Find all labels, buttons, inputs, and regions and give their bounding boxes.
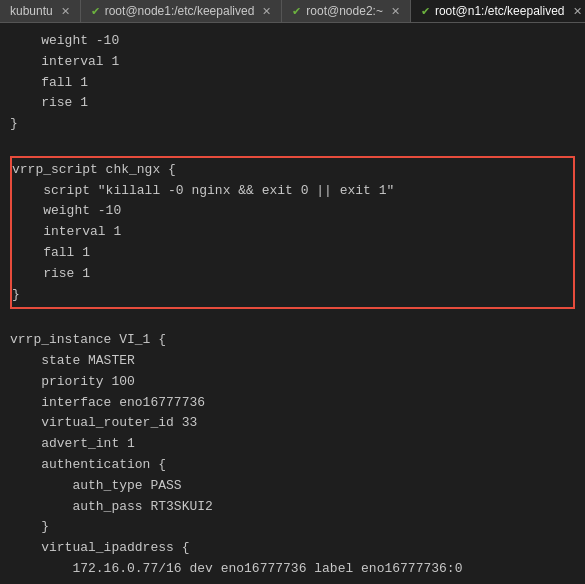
code-line: } [10,517,575,538]
top-code-block: weight -10 interval 1 fall 1 rise 1 } [10,31,575,135]
tab-node2-check-icon: ✔ [292,5,301,18]
code-line: weight -10 [12,201,573,222]
code-line: 172.16.0.77/16 dev eno16777736 label eno… [10,559,575,580]
code-line: vrrp_instance VI_1 { [10,330,575,351]
authentication-line: authentication { [10,455,575,476]
code-line: interface eno16777736 [10,393,575,414]
code-line: fall 1 [10,73,575,94]
tab-node1[interactable]: ✔ root@node1:/etc/keepalived ✕ [81,0,283,22]
tab-n1[interactable]: ✔ root@n1:/etc/keepalived ✕ [411,0,585,22]
code-line: script "killall -0 nginx && exit 0 || ex… [12,181,573,202]
blank-line [10,309,575,330]
code-line: auth_pass RT3SKUI2 [10,497,575,518]
content-area[interactable]: weight -10 interval 1 fall 1 rise 1 } vr… [0,23,585,584]
tab-n1-check-icon: ✔ [421,5,430,18]
tab-bar: kubuntu ✕ ✔ root@node1:/etc/keepalived ✕… [0,0,585,23]
code-line: weight -10 [10,31,575,52]
tab-n1-close[interactable]: ✕ [573,5,582,18]
tab-kubuntu-label: kubuntu [10,4,53,18]
highlighted-block-chk-ngx: vrrp_script chk_ngx { script "killall -0… [10,156,575,310]
tab-n1-label: root@n1:/etc/keepalived [435,4,565,18]
code-line: fall 1 [12,243,573,264]
code-line: priority 100 [10,372,575,393]
code-line: state MASTER [10,351,575,372]
code-line: auth_type PASS [10,476,575,497]
code-line: } [10,114,575,135]
code-line: } [10,580,575,584]
blank-line [10,135,575,156]
tab-node1-check-icon: ✔ [91,5,100,18]
code-line: vrrp_script chk_ngx { [12,160,573,181]
code-line: interval 1 [12,222,573,243]
tab-node2-label: root@node2:~ [306,4,383,18]
code-line: } [12,285,573,306]
code-line: virtual_ipaddress { [10,538,575,559]
code-line: virtual_router_id 33 [10,413,575,434]
tab-kubuntu[interactable]: kubuntu ✕ [0,0,81,22]
tab-node2-close[interactable]: ✕ [391,5,400,18]
code-line: advert_int 1 [10,434,575,455]
tab-node1-close[interactable]: ✕ [262,5,271,18]
tab-node1-label: root@node1:/etc/keepalived [105,4,255,18]
code-line: rise 1 [12,264,573,285]
middle-code-block: vrrp_instance VI_1 { state MASTER priori… [10,309,575,584]
code-line: rise 1 [10,93,575,114]
terminal-window: kubuntu ✕ ✔ root@node1:/etc/keepalived ✕… [0,0,585,584]
tab-node2[interactable]: ✔ root@node2:~ ✕ [282,0,411,22]
code-line: interval 1 [10,52,575,73]
tab-kubuntu-close[interactable]: ✕ [61,5,70,18]
